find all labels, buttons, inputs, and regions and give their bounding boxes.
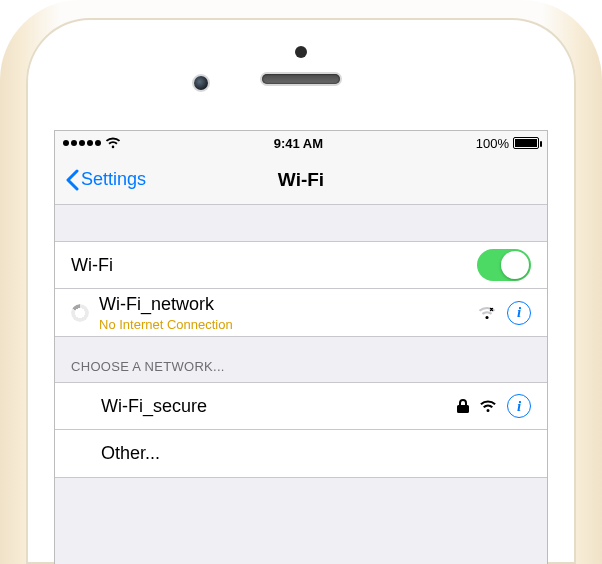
choose-network-header: CHOOSE A NETWORK... — [55, 337, 547, 382]
proximity-sensor — [295, 46, 307, 58]
other-network-row[interactable]: Other... — [55, 430, 547, 478]
wifi-signal-weak-icon — [477, 306, 497, 320]
wifi-status-icon — [105, 137, 121, 149]
wifi-toggle-row: Wi-Fi — [55, 241, 547, 289]
info-button[interactable]: i — [507, 301, 531, 325]
lock-icon — [457, 398, 469, 414]
back-button[interactable]: Settings — [65, 169, 146, 191]
device-bezel: 9:41 AM 100% Settings Wi-Fi Wi — [26, 18, 576, 564]
current-network-name: Wi-Fi_network — [99, 294, 477, 315]
front-camera — [194, 76, 208, 90]
current-network-status: No Internet Connection — [99, 317, 477, 332]
wifi-toggle-label: Wi-Fi — [71, 255, 477, 276]
status-bar-time: 9:41 AM — [274, 136, 323, 151]
back-button-label: Settings — [81, 169, 146, 190]
cell-signal-dots-icon — [63, 140, 101, 146]
wifi-signal-icon — [479, 399, 497, 413]
earpiece-speaker — [262, 74, 340, 84]
network-row-wifi-secure[interactable]: Wi-Fi_secure i — [55, 382, 547, 430]
device-frame: 9:41 AM 100% Settings Wi-Fi Wi — [0, 0, 602, 564]
spinner-icon — [71, 304, 89, 322]
svg-point-0 — [486, 316, 489, 319]
battery-icon — [513, 137, 539, 149]
status-bar: 9:41 AM 100% — [55, 131, 547, 155]
navigation-bar: Settings Wi-Fi — [55, 155, 547, 205]
current-network-row[interactable]: Wi-Fi_network No Internet Connection i — [55, 289, 547, 337]
screen: 9:41 AM 100% Settings Wi-Fi Wi — [54, 130, 548, 564]
battery-percentage: 100% — [476, 136, 509, 151]
chevron-left-icon — [65, 169, 79, 191]
device-top-hardware — [26, 18, 576, 130]
network-name: Wi-Fi_secure — [101, 396, 457, 417]
wifi-toggle-switch[interactable] — [477, 249, 531, 281]
info-button[interactable]: i — [507, 394, 531, 418]
other-network-label: Other... — [101, 443, 531, 464]
